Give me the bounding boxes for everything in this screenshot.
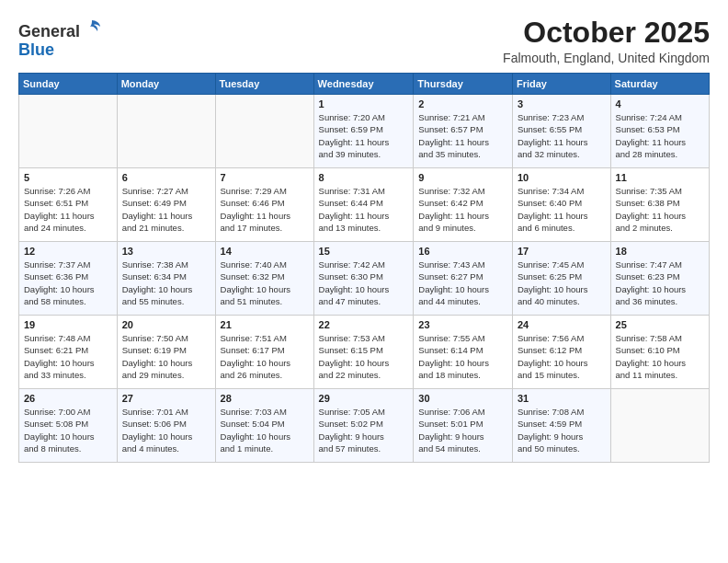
day-info: Sunrise: 7:27 AM Sunset: 6:49 PM Dayligh… [122, 185, 210, 234]
calendar-header-row: SundayMondayTuesdayWednesdayThursdayFrid… [19, 74, 710, 95]
day-number: 8 [319, 172, 409, 183]
weekday-header-thursday: Thursday [414, 74, 513, 95]
calendar-cell: 10Sunrise: 7:34 AM Sunset: 6:40 PM Dayli… [512, 168, 610, 242]
day-info: Sunrise: 7:05 AM Sunset: 5:02 PM Dayligh… [319, 406, 409, 454]
calendar-cell: 13Sunrise: 7:38 AM Sunset: 6:34 PM Dayli… [117, 242, 215, 316]
day-number: 19 [24, 319, 112, 330]
weekday-header-saturday: Saturday [610, 74, 709, 95]
day-number: 22 [319, 319, 409, 330]
day-info: Sunrise: 7:43 AM Sunset: 6:27 PM Dayligh… [418, 259, 507, 307]
calendar-cell: 24Sunrise: 7:56 AM Sunset: 6:12 PM Dayli… [512, 316, 610, 389]
calendar-cell: 28Sunrise: 7:03 AM Sunset: 5:04 PM Dayli… [215, 389, 313, 463]
day-number: 12 [24, 246, 112, 257]
calendar-cell [215, 95, 313, 168]
calendar-cell [117, 95, 215, 168]
day-info: Sunrise: 7:55 AM Sunset: 6:14 PM Dayligh… [418, 332, 507, 381]
calendar-week-row: 19Sunrise: 7:48 AM Sunset: 6:21 PM Dayli… [19, 316, 710, 389]
day-number: 30 [418, 393, 507, 404]
day-info: Sunrise: 7:31 AM Sunset: 6:44 PM Dayligh… [319, 185, 409, 234]
calendar-cell: 23Sunrise: 7:55 AM Sunset: 6:14 PM Dayli… [414, 316, 513, 389]
calendar-cell: 7Sunrise: 7:29 AM Sunset: 6:46 PM Daylig… [215, 168, 313, 242]
day-number: 21 [221, 319, 309, 330]
calendar-cell: 26Sunrise: 7:00 AM Sunset: 5:08 PM Dayli… [19, 389, 118, 463]
logo-bird-icon [82, 17, 102, 37]
day-number: 31 [518, 393, 606, 404]
day-info: Sunrise: 7:08 AM Sunset: 4:59 PM Dayligh… [518, 406, 606, 454]
day-number: 29 [319, 393, 409, 404]
day-info: Sunrise: 7:48 AM Sunset: 6:21 PM Dayligh… [24, 332, 112, 381]
day-number: 3 [518, 98, 606, 109]
day-number: 24 [518, 319, 606, 330]
location: Falmouth, England, United Kingdom [503, 51, 710, 65]
day-info: Sunrise: 7:03 AM Sunset: 5:04 PM Dayligh… [221, 406, 309, 454]
logo-blue-text: Blue [18, 40, 54, 59]
calendar-cell: 15Sunrise: 7:42 AM Sunset: 6:30 PM Dayli… [313, 242, 414, 316]
day-number: 6 [122, 172, 210, 183]
day-number: 27 [122, 393, 210, 404]
day-number: 26 [24, 393, 112, 404]
weekday-header-friday: Friday [512, 74, 610, 95]
day-number: 13 [122, 246, 210, 257]
day-info: Sunrise: 7:06 AM Sunset: 5:01 PM Dayligh… [418, 406, 507, 454]
calendar-cell: 31Sunrise: 7:08 AM Sunset: 4:59 PM Dayli… [512, 389, 610, 463]
calendar-week-row: 26Sunrise: 7:00 AM Sunset: 5:08 PM Dayli… [19, 389, 710, 463]
logo: General Blue [18, 17, 102, 60]
day-number: 10 [518, 172, 606, 183]
calendar-cell: 14Sunrise: 7:40 AM Sunset: 6:32 PM Dayli… [215, 242, 313, 316]
calendar-cell: 6Sunrise: 7:27 AM Sunset: 6:49 PM Daylig… [117, 168, 215, 242]
day-number: 15 [319, 246, 409, 257]
month-title: October 2025 [503, 17, 710, 49]
day-number: 2 [418, 98, 507, 109]
calendar-week-row: 12Sunrise: 7:37 AM Sunset: 6:36 PM Dayli… [19, 242, 710, 316]
day-info: Sunrise: 7:23 AM Sunset: 6:55 PM Dayligh… [518, 111, 606, 160]
day-info: Sunrise: 7:37 AM Sunset: 6:36 PM Dayligh… [24, 259, 112, 307]
calendar-cell: 8Sunrise: 7:31 AM Sunset: 6:44 PM Daylig… [313, 168, 414, 242]
day-info: Sunrise: 7:24 AM Sunset: 6:53 PM Dayligh… [616, 111, 704, 160]
day-number: 25 [616, 319, 704, 330]
calendar-cell: 21Sunrise: 7:51 AM Sunset: 6:17 PM Dayli… [215, 316, 313, 389]
calendar-cell: 29Sunrise: 7:05 AM Sunset: 5:02 PM Dayli… [313, 389, 414, 463]
calendar-cell: 12Sunrise: 7:37 AM Sunset: 6:36 PM Dayli… [19, 242, 118, 316]
day-info: Sunrise: 7:42 AM Sunset: 6:30 PM Dayligh… [319, 259, 409, 307]
calendar-cell: 19Sunrise: 7:48 AM Sunset: 6:21 PM Dayli… [19, 316, 118, 389]
day-info: Sunrise: 7:34 AM Sunset: 6:40 PM Dayligh… [518, 185, 606, 234]
calendar-week-row: 5Sunrise: 7:26 AM Sunset: 6:51 PM Daylig… [19, 168, 710, 242]
day-info: Sunrise: 7:56 AM Sunset: 6:12 PM Dayligh… [518, 332, 606, 381]
calendar-cell: 30Sunrise: 7:06 AM Sunset: 5:01 PM Dayli… [414, 389, 513, 463]
calendar-week-row: 1Sunrise: 7:20 AM Sunset: 6:59 PM Daylig… [19, 95, 710, 168]
calendar-cell: 25Sunrise: 7:58 AM Sunset: 6:10 PM Dayli… [610, 316, 709, 389]
day-info: Sunrise: 7:50 AM Sunset: 6:19 PM Dayligh… [122, 332, 210, 381]
title-block: October 2025 Falmouth, England, United K… [503, 17, 710, 65]
calendar-cell: 27Sunrise: 7:01 AM Sunset: 5:06 PM Dayli… [117, 389, 215, 463]
day-number: 11 [616, 172, 704, 183]
logo-general-text: General [18, 22, 80, 40]
calendar-cell: 22Sunrise: 7:53 AM Sunset: 6:15 PM Dayli… [313, 316, 414, 389]
day-info: Sunrise: 7:26 AM Sunset: 6:51 PM Dayligh… [24, 185, 112, 234]
calendar-cell: 16Sunrise: 7:43 AM Sunset: 6:27 PM Dayli… [414, 242, 513, 316]
day-number: 14 [221, 246, 309, 257]
day-number: 9 [418, 172, 507, 183]
calendar-cell: 1Sunrise: 7:20 AM Sunset: 6:59 PM Daylig… [313, 95, 414, 168]
day-info: Sunrise: 7:01 AM Sunset: 5:06 PM Dayligh… [122, 406, 210, 454]
day-info: Sunrise: 7:53 AM Sunset: 6:15 PM Dayligh… [319, 332, 409, 381]
day-info: Sunrise: 7:00 AM Sunset: 5:08 PM Dayligh… [24, 406, 112, 454]
day-number: 17 [518, 246, 606, 257]
calendar-cell: 4Sunrise: 7:24 AM Sunset: 6:53 PM Daylig… [610, 95, 709, 168]
calendar-cell: 20Sunrise: 7:50 AM Sunset: 6:19 PM Dayli… [117, 316, 215, 389]
day-info: Sunrise: 7:20 AM Sunset: 6:59 PM Dayligh… [319, 111, 409, 160]
weekday-header-monday: Monday [117, 74, 215, 95]
day-info: Sunrise: 7:35 AM Sunset: 6:38 PM Dayligh… [616, 185, 704, 234]
day-number: 23 [418, 319, 507, 330]
day-number: 20 [122, 319, 210, 330]
page: General Blue October 2025 Falmouth, Engl… [0, 0, 728, 563]
day-number: 4 [616, 98, 704, 109]
day-number: 18 [616, 246, 704, 257]
day-info: Sunrise: 7:40 AM Sunset: 6:32 PM Dayligh… [221, 259, 309, 307]
day-number: 7 [221, 172, 309, 183]
day-info: Sunrise: 7:51 AM Sunset: 6:17 PM Dayligh… [221, 332, 309, 381]
calendar-cell: 18Sunrise: 7:47 AM Sunset: 6:23 PM Dayli… [610, 242, 709, 316]
calendar-cell: 9Sunrise: 7:32 AM Sunset: 6:42 PM Daylig… [414, 168, 513, 242]
calendar-cell: 17Sunrise: 7:45 AM Sunset: 6:25 PM Dayli… [512, 242, 610, 316]
calendar-cell [610, 389, 709, 463]
calendar-cell [19, 95, 118, 168]
